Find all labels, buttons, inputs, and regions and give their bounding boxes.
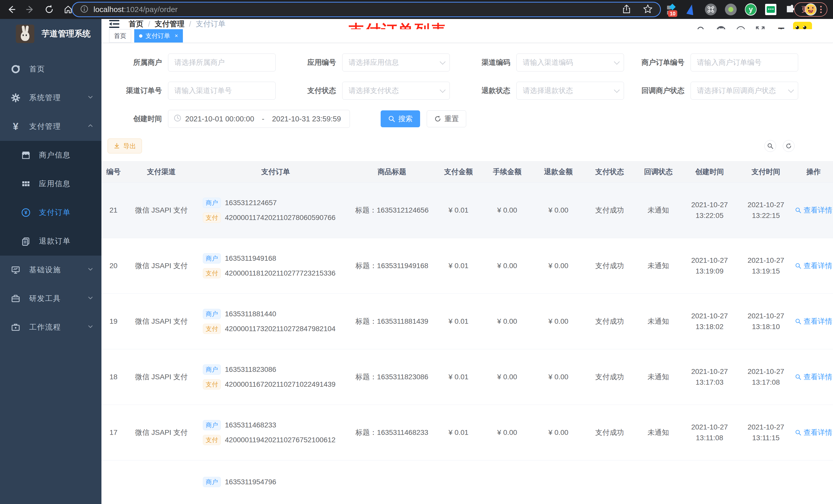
pay-date: 2021-10-27	[747, 423, 784, 431]
share-icon[interactable]	[622, 4, 632, 15]
filter-pay-status: 支付状态	[282, 82, 456, 100]
channel-order-no-input[interactable]	[168, 82, 276, 100]
breadcrumb-home[interactable]: 首页	[128, 19, 143, 29]
chevron-up-icon	[87, 122, 94, 131]
breadcrumb-current: 支付订单	[196, 19, 225, 29]
create-date: 2021-10-27	[691, 312, 728, 320]
export-button[interactable]: 导出	[108, 139, 142, 153]
table-row: 21 微信 JSAPI 支付 商户 1635312124657 支付 42000…	[101, 183, 833, 238]
create-time-range-picker[interactable]: 2021-10-01 00:00:00 - 2021-10-31 23:59:5…	[168, 110, 350, 128]
refresh-button[interactable]	[783, 140, 794, 152]
extension-chat-icon[interactable]	[765, 4, 777, 15]
view-detail-link[interactable]: 查看详情	[795, 316, 832, 326]
merchant-order-no: 1635311823086	[225, 365, 276, 374]
payment-submenu: 商户信息 应用信息 ¥ 支付订单	[0, 141, 101, 256]
address-bar[interactable]: localhost:1024/pay/order	[72, 2, 661, 17]
breadcrumb-payment[interactable]: 支付管理	[155, 19, 185, 29]
view-detail-link[interactable]: 查看详情	[795, 372, 832, 382]
product-title: 标题：1635311468233	[348, 428, 435, 437]
browser-update-button[interactable]: 更新	[794, 2, 827, 17]
pay-date: 2021-10-27	[747, 367, 784, 376]
create-time: 13:22:05	[696, 212, 723, 219]
sidebar-item-home[interactable]: 首页	[0, 55, 101, 83]
pay-amount: ¥ 0.01	[435, 206, 481, 214]
order-id: 19	[101, 317, 125, 326]
order-id: 20	[101, 262, 125, 270]
app-title: 芋道管理系统	[42, 28, 91, 40]
sidebar: 芋道管理系统 首页 系统管理 ¥ 支付管理	[0, 19, 101, 504]
toggle-search-button[interactable]	[764, 140, 776, 152]
view-detail-link[interactable]: 查看详情	[795, 206, 832, 215]
table-row: 17 微信 JSAPI 支付 商户 1635311468233 支付 42000…	[101, 405, 833, 460]
site-info-icon[interactable]	[80, 4, 89, 15]
fee-amount: ¥ 0.00	[481, 317, 533, 326]
pay-order-no: 4200001181202110277723215336	[225, 269, 336, 278]
pay-order-no: 4200001194202110276752100612	[225, 436, 336, 444]
top-navbar: 首页 / 支付管理 / 支付订单 支付订单列表 ?	[101, 19, 833, 29]
create-date: 2021-10-27	[691, 201, 728, 209]
sidebar-item-refund-order[interactable]: 退款订单	[0, 227, 101, 256]
merchant-order-no-input[interactable]	[691, 53, 798, 71]
extension-kite-icon[interactable]	[685, 4, 697, 15]
channel-code-select[interactable]	[516, 53, 624, 71]
refund-amount: ¥ 0.00	[533, 206, 584, 214]
yen-circle-icon: ¥	[21, 208, 31, 218]
pay-order-table: 编号 支付渠道 支付订单 商品标题 支付金额 手续金额 退款金额 支付状态 回调…	[101, 161, 833, 504]
extension-cmd-icon[interactable]	[705, 4, 717, 15]
sidebar-fold-icon[interactable]	[109, 19, 120, 29]
browser-reload-icon[interactable]	[44, 4, 54, 15]
pay-channel: 微信 JSAPI 支付	[125, 372, 197, 382]
merchant-order-no: 1635311949168	[225, 254, 276, 263]
extension-devtools-icon[interactable]: 10	[665, 4, 677, 15]
browser-forward-icon[interactable]	[25, 4, 35, 15]
reset-button[interactable]: 重置	[427, 111, 466, 127]
merchant-input[interactable]	[168, 53, 276, 71]
sidebar-item-infrastructure[interactable]: 基础设施	[0, 256, 101, 284]
sidebar-item-merchant-info[interactable]: 商户信息	[0, 141, 101, 170]
pay-date: 2021-10-27	[747, 312, 784, 320]
bookmark-star-icon[interactable]	[643, 4, 653, 15]
product-title: 标题：1635311949168	[348, 261, 435, 271]
sidebar-item-app-info[interactable]: 应用信息	[0, 170, 101, 198]
tab-close-icon[interactable]: ×	[175, 32, 178, 39]
pay-date: 2021-10-27	[747, 256, 784, 264]
sidebar-item-system[interactable]: 系统管理	[0, 83, 101, 112]
view-detail-link[interactable]: 查看详情	[795, 428, 832, 437]
filter-notify-status: 回调商户状态	[630, 82, 804, 100]
sidebar-item-dev-tools[interactable]: 研发工具	[0, 284, 101, 313]
pay-status-select[interactable]	[342, 82, 450, 100]
app-logo-row[interactable]: 芋道管理系统	[0, 19, 101, 49]
merchant-order-no: 1635311881440	[225, 310, 276, 318]
browser-menu-icon[interactable]	[820, 6, 822, 13]
fee-amount: ¥ 0.00	[481, 429, 533, 437]
table-row: 18 微信 JSAPI 支付 商户 1635311823086 支付 42000…	[101, 349, 833, 405]
refund-amount: ¥ 0.00	[533, 429, 584, 437]
pay-amount: ¥ 0.01	[435, 373, 481, 381]
extension-badge: 10	[668, 10, 677, 17]
view-detail-link[interactable]: 查看详情	[795, 261, 832, 271]
create-date: 2021-10-27	[691, 367, 728, 376]
extension-dot-icon[interactable]	[725, 4, 737, 15]
app-logo	[16, 25, 34, 43]
gear-icon	[10, 93, 21, 103]
order-id: 18	[101, 373, 125, 381]
pay-tag: 支付	[203, 435, 221, 445]
product-title: 标题：1635311823086	[348, 372, 435, 382]
notify-status-select[interactable]	[691, 82, 798, 100]
search-button[interactable]: 搜索	[381, 111, 420, 127]
sidebar-item-pay-order[interactable]: ¥ 支付订单	[0, 198, 101, 227]
refund-status-select[interactable]	[516, 82, 624, 100]
sidebar-item-workflow[interactable]: 工作流程	[0, 313, 101, 342]
tab-home[interactable]: 首页	[109, 29, 131, 43]
extension-yuque-icon[interactable]: y	[745, 4, 757, 15]
order-id: 17	[101, 429, 125, 437]
tab-pay-order[interactable]: 支付订单 ×	[134, 29, 183, 43]
filter-app: 应用编号	[282, 53, 456, 71]
notify-status: 未通知	[635, 372, 681, 382]
create-date: 2021-10-27	[691, 423, 728, 431]
app-select[interactable]	[342, 53, 450, 71]
browser-back-icon[interactable]	[6, 4, 16, 15]
create-time: 13:19:09	[696, 267, 723, 275]
sidebar-item-payment[interactable]: ¥ 支付管理	[0, 112, 101, 141]
svg-text:¥: ¥	[24, 210, 27, 215]
